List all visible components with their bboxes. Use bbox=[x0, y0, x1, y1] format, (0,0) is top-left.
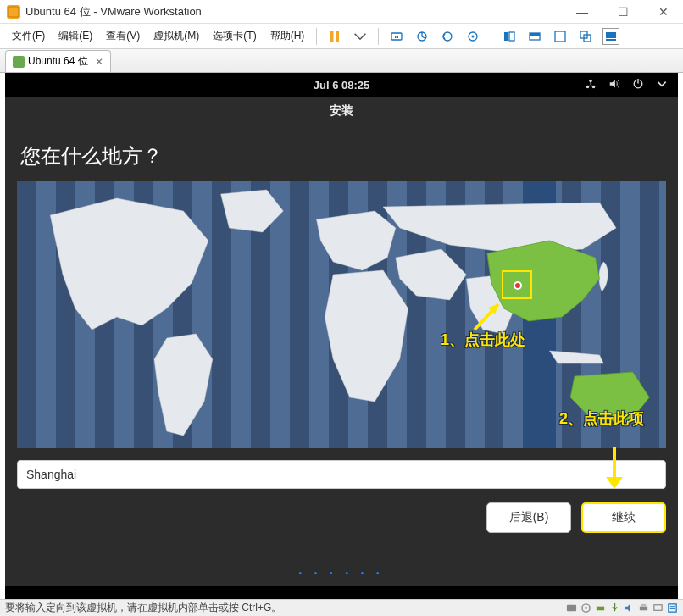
menu-vm[interactable]: 虚拟机(M) bbox=[148, 26, 204, 46]
vm-tab-icon bbox=[13, 56, 25, 68]
menu-help[interactable]: 帮助(H) bbox=[265, 26, 310, 46]
menu-tabs[interactable]: 选项卡(T) bbox=[208, 26, 261, 46]
device-tray bbox=[565, 602, 678, 614]
minimize-button[interactable]: — bbox=[569, 5, 595, 19]
annotation-step2: 2、点击此项 bbox=[559, 408, 644, 429]
snapshot-manager-icon[interactable] bbox=[464, 28, 481, 45]
installer-body: 您在什么地方？ bbox=[5, 125, 678, 586]
svg-point-9 bbox=[472, 35, 475, 37]
vmware-tabbar: Ubuntu 64 位 ✕ bbox=[0, 49, 683, 73]
printer-icon[interactable] bbox=[637, 602, 649, 614]
maximize-button[interactable]: ☐ bbox=[610, 5, 636, 19]
svg-point-27 bbox=[585, 607, 587, 609]
svg-rect-18 bbox=[606, 39, 616, 41]
menu-file[interactable]: 文件(F) bbox=[7, 26, 50, 46]
vm-tab[interactable]: Ubuntu 64 位 ✕ bbox=[5, 50, 111, 72]
network-icon[interactable] bbox=[585, 78, 597, 92]
svg-rect-30 bbox=[641, 604, 646, 607]
harddisk-icon[interactable] bbox=[565, 602, 577, 614]
vmware-icon bbox=[7, 5, 20, 19]
snapshot-icon[interactable] bbox=[414, 28, 430, 45]
svg-rect-31 bbox=[653, 605, 661, 611]
svg-rect-13 bbox=[530, 33, 540, 36]
display-icon[interactable] bbox=[652, 602, 664, 614]
menu-edit[interactable]: 编辑(E) bbox=[53, 26, 97, 46]
svg-rect-11 bbox=[509, 32, 514, 41]
svg-rect-4 bbox=[395, 36, 397, 38]
annotation-step1: 1、点击此处 bbox=[441, 330, 525, 350]
svg-rect-28 bbox=[596, 607, 603, 611]
svg-rect-25 bbox=[566, 605, 575, 611]
svg-rect-32 bbox=[668, 604, 675, 612]
message-log-icon[interactable] bbox=[666, 602, 678, 614]
chevron-down-icon[interactable] bbox=[656, 78, 668, 92]
svg-rect-17 bbox=[606, 32, 616, 38]
volume-icon[interactable] bbox=[608, 78, 620, 92]
clock-label: Jul 6 08:25 bbox=[314, 79, 370, 92]
console-view-icon[interactable] bbox=[526, 28, 543, 45]
send-ctrl-alt-del-icon[interactable] bbox=[388, 28, 405, 45]
soundcard-icon[interactable] bbox=[623, 602, 635, 614]
installer-title: 安装 bbox=[5, 97, 678, 125]
location-question: 您在什么地方？ bbox=[20, 142, 666, 169]
location-marker-icon bbox=[514, 281, 522, 290]
close-button[interactable]: ✕ bbox=[651, 5, 676, 19]
svg-rect-3 bbox=[391, 33, 402, 40]
svg-rect-5 bbox=[397, 36, 399, 38]
menu-view[interactable]: 查看(V) bbox=[101, 26, 145, 46]
svg-rect-0 bbox=[8, 7, 19, 17]
vm-tab-label: Ubuntu 64 位 bbox=[28, 54, 88, 69]
svg-point-7 bbox=[443, 32, 452, 41]
pause-icon[interactable] bbox=[326, 28, 343, 45]
statusbar-hint: 要将输入定向到该虚拟机，请在虚拟机内部单击或按 Ctrl+G。 bbox=[5, 601, 281, 615]
power-icon[interactable] bbox=[632, 78, 644, 92]
svg-rect-2 bbox=[336, 31, 340, 42]
tab-close-icon[interactable]: ✕ bbox=[95, 56, 103, 68]
network-adapter-icon[interactable] bbox=[594, 602, 606, 614]
svg-rect-29 bbox=[639, 607, 647, 611]
svg-rect-14 bbox=[555, 31, 565, 42]
svg-rect-1 bbox=[330, 31, 334, 42]
usb-icon[interactable] bbox=[608, 602, 620, 614]
window-title: Ubuntu 64 位 - VMware Workstation bbox=[25, 4, 569, 19]
svg-rect-10 bbox=[504, 32, 508, 41]
timezone-map[interactable]: 1、点击此处 2、点击此项 bbox=[17, 181, 666, 448]
vmware-menubar: 文件(F) 编辑(E) 查看(V) 虚拟机(M) 选项卡(T) 帮助(H) bbox=[0, 24, 683, 49]
progress-indicator: • • • • • • bbox=[17, 569, 666, 578]
snapshot-revert-icon[interactable] bbox=[439, 28, 456, 45]
fit-guest-icon[interactable] bbox=[501, 28, 518, 45]
ubuntu-topbar: Jul 6 08:25 bbox=[5, 73, 678, 97]
back-button[interactable]: 后退(B) bbox=[486, 502, 571, 533]
vmware-statusbar: 要将输入定向到该虚拟机，请在虚拟机内部单击或按 Ctrl+G。 bbox=[0, 599, 683, 616]
timezone-input[interactable] bbox=[17, 460, 666, 489]
fullscreen-icon[interactable] bbox=[552, 28, 569, 45]
cdrom-icon[interactable] bbox=[580, 602, 591, 614]
svg-rect-23 bbox=[637, 79, 638, 83]
svg-point-21 bbox=[589, 79, 592, 82]
unity-icon[interactable] bbox=[577, 28, 594, 45]
vm-display[interactable]: Jul 6 08:25 安装 您在什么地方？ bbox=[5, 73, 678, 599]
vmware-titlebar: Ubuntu 64 位 - VMware Workstation — ☐ ✕ bbox=[0, 0, 683, 24]
continue-button[interactable]: 继续 bbox=[581, 502, 666, 533]
dropdown-icon[interactable] bbox=[352, 28, 369, 45]
thumbnail-bar-icon[interactable] bbox=[602, 28, 619, 45]
